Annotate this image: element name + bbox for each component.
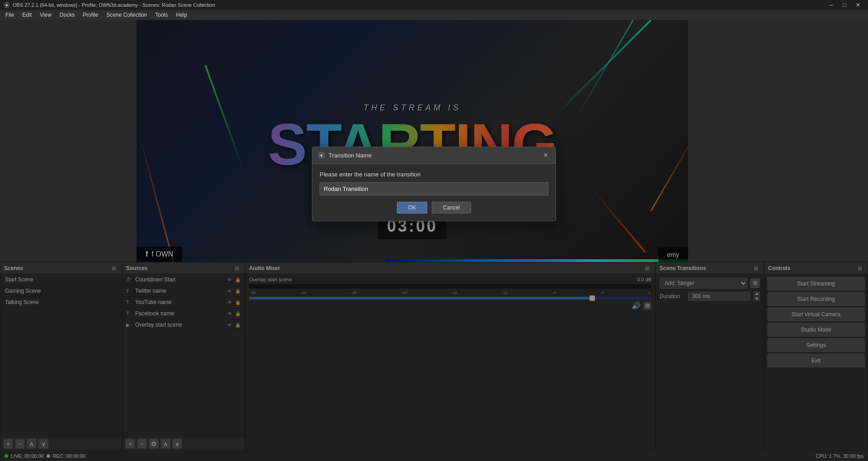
menu-bar: File Edit View Docks Profile Scene Colle… [0,10,868,20]
window-title: OBS 27.2.1 (64-bit, windows) - Profile: … [13,2,215,8]
menu-file[interactable]: File [2,11,18,19]
rec-indicator [47,454,50,458]
title-bar: ● OBS 27.2.1 (64-bit, windows) - Profile… [0,0,868,10]
menu-help[interactable]: Help [172,11,191,19]
menu-view[interactable]: View [36,11,55,19]
minimize-button[interactable]: ─ [825,0,837,10]
modal-overlay: ● Transition Name ✕ Please enter the nam… [0,20,868,451]
menu-docks[interactable]: Docks [56,11,78,19]
modal-prompt: Please enter the name of the transition [320,171,548,178]
status-right: CPU: 1.7%, 30.00 fps [816,453,863,459]
transition-name-dialog: ● Transition Name ✕ Please enter the nam… [312,147,556,221]
modal-ok-button[interactable]: OK [397,202,427,214]
restore-button[interactable]: □ [838,0,851,10]
close-button[interactable]: ✕ [852,0,864,10]
modal-close-button[interactable]: ✕ [541,151,550,160]
live-time: LIVE: 00:00:00 [11,453,44,459]
live-indicator [5,454,8,458]
status-bar: LIVE: 00:00:00 REC: 00:00:00 CPU: 1.7%, … [0,451,868,461]
modal-icon: ● [318,152,325,159]
menu-scene-collection[interactable]: Scene Collection [103,11,151,19]
modal-body: Please enter the name of the transition … [312,164,556,221]
rec-time: REC: 00:00:00 [53,453,85,459]
modal-title-row: ● Transition Name [318,152,372,159]
modal-cancel-button[interactable]: Cancel [432,202,471,214]
title-bar-controls[interactable]: ─ □ ✕ [825,0,864,10]
obs-icon: ● [4,2,10,8]
menu-edit[interactable]: Edit [19,11,35,19]
title-bar-left: ● OBS 27.2.1 (64-bit, windows) - Profile… [4,2,215,8]
modal-buttons: OK Cancel [320,202,548,214]
modal-header: ● Transition Name ✕ [312,147,556,164]
menu-profile[interactable]: Profile [79,11,102,19]
menu-tools[interactable]: Tools [151,11,171,19]
modal-title: Transition Name [329,152,372,159]
transition-name-input[interactable] [320,182,548,195]
cpu-usage: CPU: 1.7%, 30.00 fps [816,453,863,459]
status-left: LIVE: 00:00:00 REC: 00:00:00 [5,453,85,459]
